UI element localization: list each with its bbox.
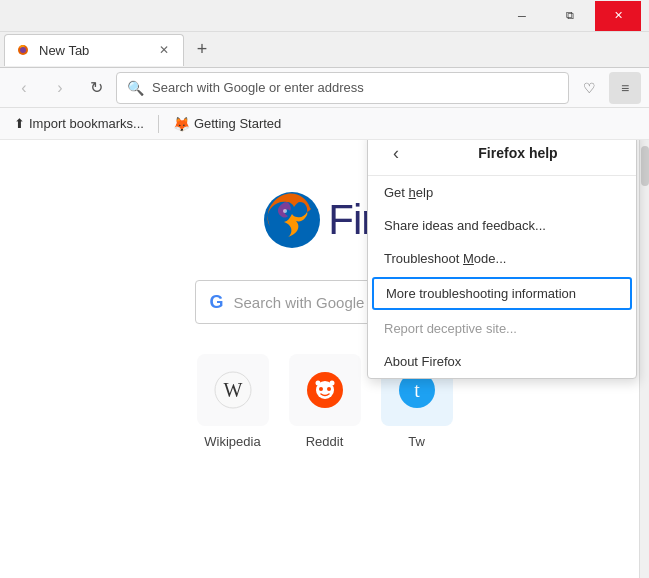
menu-item-report-deceptive: Report deceptive site... <box>368 312 636 345</box>
menu-header: ‹ Firefox help <box>368 140 636 176</box>
navbar: ‹ › ↻ 🔍 Search with Google or enter addr… <box>0 68 649 108</box>
back-button[interactable]: ‹ <box>8 72 40 104</box>
hamburger-menu-button[interactable]: ≡ <box>609 72 641 104</box>
import-label: Import bookmarks... <box>29 116 144 131</box>
search-icon: 🔍 <box>127 80 144 96</box>
wikipedia-label: Wikipedia <box>204 434 260 449</box>
wikipedia-icon: W <box>197 354 269 426</box>
svg-point-3 <box>283 209 287 213</box>
reddit-label: Reddit <box>306 434 344 449</box>
firefox-help-menu: ‹ Firefox help Get help Share ideas and … <box>367 140 637 379</box>
tabbar: New Tab ✕ + <box>0 32 649 68</box>
active-tab[interactable]: New Tab ✕ <box>4 34 184 66</box>
page-content: Fire G Search with Google or ent W Wikip… <box>0 140 649 578</box>
titlebar-controls: ─ ⧉ ✕ <box>499 1 641 31</box>
svg-point-9 <box>327 387 331 391</box>
google-g-icon: G <box>210 292 224 313</box>
close-button[interactable]: ✕ <box>595 1 641 31</box>
bookmarks-bar: ⬆ Import bookmarks... 🦊 Getting Started <box>0 108 649 140</box>
import-icon: ⬆ <box>14 116 25 131</box>
menu-header-title: Firefox help <box>416 145 620 161</box>
forward-button[interactable]: › <box>44 72 76 104</box>
menu-item-get-help[interactable]: Get help <box>368 176 636 209</box>
shortcut-reddit[interactable]: Reddit <box>289 354 361 449</box>
getting-started-label: Getting Started <box>194 116 281 131</box>
new-tab-button[interactable]: + <box>188 36 216 64</box>
menu-item-about-firefox[interactable]: About Firefox <box>368 345 636 378</box>
import-bookmarks-item[interactable]: ⬆ Import bookmarks... <box>8 114 150 133</box>
titlebar: ─ ⧉ ✕ <box>0 0 649 32</box>
reddit-icon <box>289 354 361 426</box>
svg-text:W: W <box>223 379 242 401</box>
svg-text:t: t <box>414 379 420 401</box>
bookmark-separator <box>158 115 159 133</box>
firefox-tab-icon <box>15 42 31 58</box>
minimize-button[interactable]: ─ <box>499 1 545 31</box>
tw-label: Tw <box>408 434 425 449</box>
getting-started-item[interactable]: 🦊 Getting Started <box>167 114 287 134</box>
shortcut-wikipedia[interactable]: W Wikipedia <box>197 354 269 449</box>
menu-item-share-feedback[interactable]: Share ideas and feedback... <box>368 209 636 242</box>
tab-title: New Tab <box>39 43 147 58</box>
svg-point-8 <box>319 387 323 391</box>
scrollbar-thumb[interactable] <box>641 146 649 186</box>
svg-point-10 <box>329 381 334 386</box>
firefox-bookmark-icon: 🦊 <box>173 116 190 132</box>
scrollbar[interactable] <box>639 140 649 578</box>
menu-item-troubleshoot-mode[interactable]: Troubleshoot Mode... <box>368 242 636 275</box>
svg-point-1 <box>20 47 26 53</box>
tab-close-button[interactable]: ✕ <box>155 41 173 59</box>
menu-item-more-troubleshooting[interactable]: More troubleshooting information <box>372 277 632 310</box>
firefox-logo <box>252 180 332 260</box>
restore-button[interactable]: ⧉ <box>547 1 593 31</box>
bookmark-button[interactable]: ♡ <box>573 72 605 104</box>
menu-back-button[interactable]: ‹ <box>384 141 408 165</box>
address-text: Search with Google or enter address <box>152 80 558 95</box>
svg-point-11 <box>315 381 320 386</box>
reload-button[interactable]: ↻ <box>80 72 112 104</box>
address-bar[interactable]: 🔍 Search with Google or enter address <box>116 72 569 104</box>
